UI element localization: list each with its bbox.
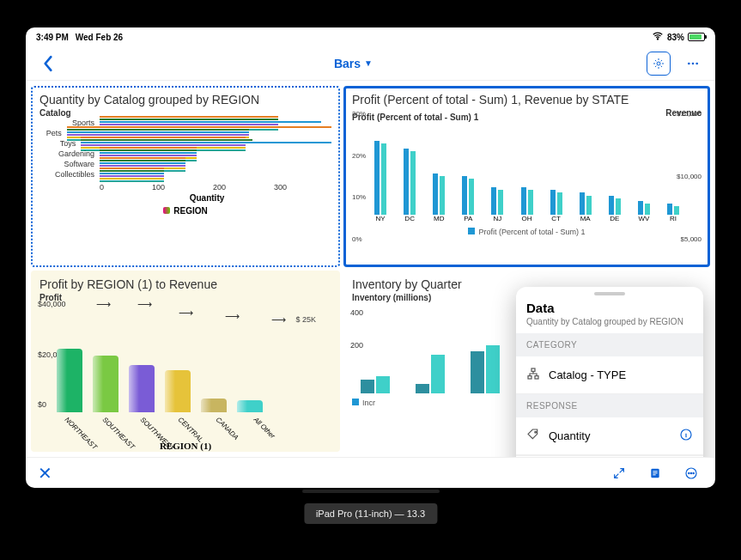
svg-point-1 xyxy=(657,62,660,65)
expand-button[interactable] xyxy=(607,461,631,485)
vbar-group xyxy=(629,201,659,215)
popover-toolbar xyxy=(516,455,703,457)
drag-handle-icon[interactable] xyxy=(594,292,625,295)
hierarchy-icon xyxy=(526,367,540,383)
popover-title: Data xyxy=(516,299,703,317)
svg-rect-13 xyxy=(653,472,657,473)
info-icon[interactable] xyxy=(679,428,693,444)
svg-rect-6 xyxy=(528,376,531,379)
battery-percent: 83% xyxy=(667,33,684,42)
nav-bar: Bars ▼ xyxy=(26,46,715,81)
svg-rect-5 xyxy=(531,368,535,371)
chart-legend: REGION xyxy=(39,206,331,216)
more-button[interactable] xyxy=(681,52,705,76)
vbar-group xyxy=(571,192,600,215)
notes-button[interactable] xyxy=(643,461,667,485)
legend-swatch-icon xyxy=(468,228,475,234)
panel-quantity-by-catalog[interactable]: Quantity by Catalog grouped by REGION Ca… xyxy=(31,86,340,267)
vbar-group xyxy=(659,204,688,215)
inv-group xyxy=(471,345,500,393)
wifi-icon xyxy=(652,30,664,44)
data-popover[interactable]: Data Quantity by Catalog grouped by REGI… xyxy=(516,287,703,457)
page-title-dropdown[interactable]: Bars ▼ xyxy=(334,57,373,70)
inv-group xyxy=(361,376,390,393)
bottom-toolbar: ✕ xyxy=(26,457,715,488)
chart-title: Profit by REGION (1) to Revenue xyxy=(39,277,331,291)
status-time: 3:49 PM xyxy=(36,33,69,42)
back-button[interactable] xyxy=(36,52,60,76)
dashboard-content: Quantity by Catalog grouped by REGION Ca… xyxy=(26,81,715,457)
bar xyxy=(57,349,82,412)
panel-profit-by-region[interactable]: Profit by REGION (1) to Revenue Profit $… xyxy=(31,271,340,452)
legend-swatch-icon xyxy=(163,207,170,214)
chart-legend: Profit (Percent of total - Sum) 1 xyxy=(352,228,702,236)
svg-rect-12 xyxy=(653,471,657,472)
svg-rect-14 xyxy=(653,474,655,475)
popover-response-item[interactable]: Quantity xyxy=(516,417,703,455)
svg-point-17 xyxy=(690,472,691,473)
bar xyxy=(237,400,263,412)
screen: 3:49 PM Wed Feb 26 83% Bars ▼ xyxy=(26,27,715,488)
svg-point-0 xyxy=(657,39,658,40)
inv-group xyxy=(416,355,445,393)
caret-down-icon: ▼ xyxy=(364,58,373,68)
popover-category-item[interactable]: Catalog - TYPE xyxy=(516,356,703,394)
vbar-group xyxy=(542,190,571,215)
device-label: iPad Pro (11-inch) — 13.3 xyxy=(304,503,437,524)
vbar-group xyxy=(512,187,541,215)
ipad-frame: 3:49 PM Wed Feb 26 83% Bars ▼ xyxy=(0,0,741,533)
page-title: Bars xyxy=(334,57,361,70)
vbar-group xyxy=(453,176,483,215)
chart-sub-left: Profit (Percent of total - Sum) 1 xyxy=(352,113,478,122)
svg-point-16 xyxy=(689,472,689,473)
svg-point-3 xyxy=(692,62,695,64)
bar xyxy=(165,370,191,413)
popover-subtitle: Quantity by Catalog grouped by REGION xyxy=(516,317,703,333)
hbar-row: Collectibles xyxy=(39,169,331,180)
vbar-group xyxy=(483,187,512,215)
style-button[interactable] xyxy=(647,52,671,76)
chart-xlabel: Quantity xyxy=(82,193,331,203)
svg-rect-7 xyxy=(535,376,538,379)
close-button[interactable]: ✕ xyxy=(38,463,52,484)
home-indicator[interactable] xyxy=(302,490,440,493)
chart-xlabel: REGION (1) xyxy=(39,441,331,451)
legend-swatch-icon xyxy=(352,399,359,405)
popover-response-header: RESPONSE xyxy=(516,394,703,417)
options-button[interactable] xyxy=(679,461,703,485)
svg-point-18 xyxy=(693,472,694,473)
svg-point-2 xyxy=(688,62,690,64)
bar xyxy=(129,365,155,412)
chart-title: Quantity by Catalog grouped by REGION xyxy=(39,93,331,107)
vbar-group xyxy=(600,196,629,215)
svg-point-8 xyxy=(535,431,537,433)
panel-profit-revenue-by-state[interactable]: Profit (Percent of total - Sum) 1, Reven… xyxy=(343,86,710,267)
bar xyxy=(201,399,227,413)
vbar-group xyxy=(366,141,395,215)
status-date: Wed Feb 26 xyxy=(76,33,123,42)
svg-point-4 xyxy=(695,62,698,64)
vbar-group xyxy=(424,173,453,215)
chart-title: Profit (Percent of total - Sum) 1, Reven… xyxy=(352,93,702,107)
bar xyxy=(93,356,118,412)
tag-icon xyxy=(526,428,540,444)
popover-category-header: CATEGORY xyxy=(516,333,703,356)
status-bar: 3:49 PM Wed Feb 26 83% xyxy=(26,27,715,46)
battery-icon xyxy=(688,33,705,41)
vbar-group xyxy=(395,149,424,215)
